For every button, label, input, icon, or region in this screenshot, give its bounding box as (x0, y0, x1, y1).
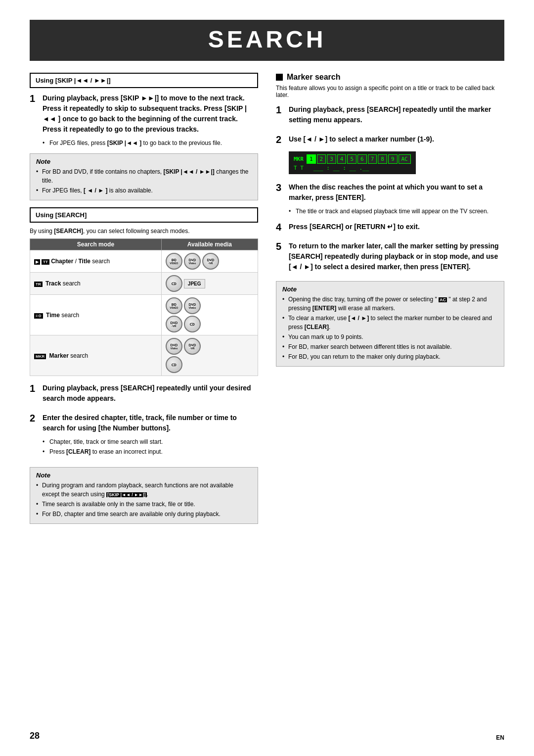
jpeg-label: JPEG (184, 279, 205, 288)
mkr-cell-ac: AC (399, 154, 411, 164)
search-step1: 1 During playback, press [SEARCH] repeat… (30, 383, 258, 408)
marker-search-intro: This feature allows you to assign a spec… (276, 85, 504, 98)
search-mode-table: Search mode Available media ▶ TT Chapter… (30, 238, 258, 376)
page-lang: EN (496, 734, 504, 741)
step-number: 2 (276, 134, 285, 145)
bottom-note-item: For BD, chapter and time search are avai… (36, 510, 252, 519)
bd-video-disc: BD VIDEO (166, 253, 182, 270)
tt-display-row: T T ___ : __ : __ .__ (294, 165, 411, 171)
table-row: MKR Marker search DVD Video (30, 335, 258, 376)
skip-note-title: Note (36, 158, 252, 165)
bottom-note-title: Note (36, 472, 252, 479)
mkr-cell-9: 9 (388, 154, 398, 164)
bottom-note-box: Note During program and random playback,… (30, 467, 258, 524)
right-column: Marker search This feature allows you to… (276, 73, 504, 531)
marker-step1: 1 During playback, press [SEARCH] repeat… (276, 104, 504, 129)
right-note-box: Note Opening the disc tray, turning off … (276, 281, 504, 367)
step-number: 3 (276, 182, 285, 193)
skip-note-list: For BD and DVD, if title contains no cha… (36, 167, 252, 195)
marker-step3-text: When the disc reaches the point at which… (289, 182, 504, 203)
search-intro: By using [SEARCH], you can select follow… (30, 228, 258, 235)
skip-note-item: For JPEG files, [ ◄ / ► ] is also availa… (36, 186, 252, 195)
black-square-icon (276, 74, 283, 81)
mkr-cell-4: 4 (337, 154, 347, 164)
skip-section: Using [SKIP |◄◄ / ►►|] (30, 73, 258, 88)
dvd-video-disc: DVD Video (184, 253, 201, 270)
bd-video-disc2: BD VIDEO (166, 297, 182, 314)
mkr-cell-5: 5 (347, 154, 356, 164)
mkr-cell-7: 7 (368, 154, 377, 164)
step-number: 1 (276, 104, 285, 116)
dvd-vr-disc: DVD -VR (202, 253, 219, 270)
cd-disc3: CD (166, 356, 182, 373)
skip-step1-text: During playback, press [SKIP ►►|] to mov… (43, 93, 258, 135)
dvd-vr-disc2: DVD -VR (166, 316, 182, 332)
right-note-list: Opening the disc tray, turning off the p… (282, 295, 498, 361)
search-mode-chapter: ▶ TT Chapter / Title search (30, 250, 162, 273)
marker-step2: 2 Use [◄ / ►] to select a marker number … (276, 134, 504, 177)
dvd-vr-disc3: DVD -VR (184, 338, 201, 355)
search-step2-bullet1: Chapter, title, track or time search wil… (43, 437, 258, 446)
search-step2-text: Enter the desired chapter, title, track,… (43, 413, 258, 433)
step-number: 4 (276, 222, 285, 233)
skip-step1: 1 During playback, press [SKIP ►►|] to m… (30, 93, 258, 148)
search-step2-bullet2: Press [CLEAR] to erase an incorrect inpu… (43, 447, 258, 456)
table-row: TR Track search CD JPEG (30, 273, 258, 295)
mkr-cell-3: 3 (327, 154, 336, 164)
page-title: SEARCH (30, 20, 504, 61)
marker-step3-bullet: The title or track and elapsed playback … (289, 207, 504, 216)
marker-step2-text: Use [◄ / ►] to select a marker number (1… (289, 134, 434, 144)
right-note-item: Opening the disc tray, turning off the p… (282, 295, 498, 313)
search-section: Using [SEARCH] (30, 207, 258, 223)
mkr-display: MKR 1 2 3 4 5 6 7 8 9 AC T T ___ (289, 151, 416, 174)
search-mode-time: ≡⊙ Time search (30, 295, 162, 335)
dvd-video-disc3: DVD Video (166, 338, 182, 355)
bottom-note-item: During program and random playback, sear… (36, 481, 252, 499)
mkr-cell-1: 1 (307, 154, 316, 164)
bottom-note-list: During program and random playback, sear… (36, 481, 252, 519)
search-mode-track: TR Track search (30, 273, 162, 295)
table-header-mode: Search mode (30, 239, 162, 250)
marker-step5: 5 To return to the marker later, call th… (276, 241, 504, 276)
mkr-cell-6: 6 (357, 154, 367, 164)
skip-note-item: For BD and DVD, if title contains no cha… (36, 167, 252, 185)
skip-step1-sub: For JPEG files, press [SKIP |◄◄ ] to go … (43, 139, 258, 147)
marker-search-title: Marker search (276, 73, 504, 82)
search-mode-marker: MKR Marker search (30, 335, 162, 376)
page-number: 28 (30, 731, 40, 741)
track-media: CD JPEG (161, 273, 258, 295)
search-step2: 2 Enter the desired chapter, title, trac… (30, 413, 258, 457)
right-note-title: Note (282, 285, 498, 293)
chapter-search-label: Chapter (51, 258, 73, 265)
step-number: 1 (30, 383, 39, 394)
mkr-label: MKR (294, 156, 304, 162)
cd-disc: CD (166, 275, 182, 292)
step-number: 1 (30, 93, 39, 104)
table-row: ≡⊙ Time search BD VIDEO (30, 295, 258, 335)
step-number: 2 (30, 413, 39, 424)
bottom-note-item: Time search is available only in the sam… (36, 500, 252, 509)
marker-step4: 4 Press [SEARCH] or [RETURN ↵] to exit. (276, 222, 504, 236)
chapter-media: BD VIDEO DVD Video DVD (161, 250, 258, 273)
mkr-cell-8: 8 (378, 154, 387, 164)
search-step1-text: During playback, press [SEARCH] repeated… (43, 383, 258, 404)
table-row: ▶ TT Chapter / Title search BD VIDEO (30, 250, 258, 273)
skip-note-box: Note For BD and DVD, if title contains n… (30, 153, 258, 200)
marker-step4-text: Press [SEARCH] or [RETURN ↵] to exit. (289, 222, 420, 232)
marker-search-label: Marker search (287, 73, 341, 82)
marker-media: DVD Video DVD -VR (161, 335, 258, 376)
cd-disc2: CD (184, 316, 201, 332)
dvd-video-disc2: DVD Video (184, 297, 201, 314)
right-note-item: To clear a marker, use [◄ / ►] to select… (282, 314, 498, 331)
marker-step1-text: During playback, press [SEARCH] repeated… (289, 104, 504, 125)
skip-section-title: Using [SKIP |◄◄ / ►►|] (36, 77, 252, 84)
page-container: SEARCH Using [SKIP |◄◄ / ►►|] 1 During p… (0, 0, 534, 756)
right-note-item: You can mark up to 9 points. (282, 332, 498, 341)
time-media: BD VIDEO DVD Video (161, 295, 258, 335)
marker-step3: 3 When the disc reaches the point at whi… (276, 182, 504, 217)
marker-step5-text: To return to the marker later, call the … (289, 241, 504, 272)
mkr-cell-2: 2 (317, 154, 326, 164)
table-header-media: Available media (161, 239, 258, 250)
search-section-title: Using [SEARCH] (36, 211, 252, 219)
right-note-item: For BD, you can return to the maker only… (282, 352, 498, 361)
